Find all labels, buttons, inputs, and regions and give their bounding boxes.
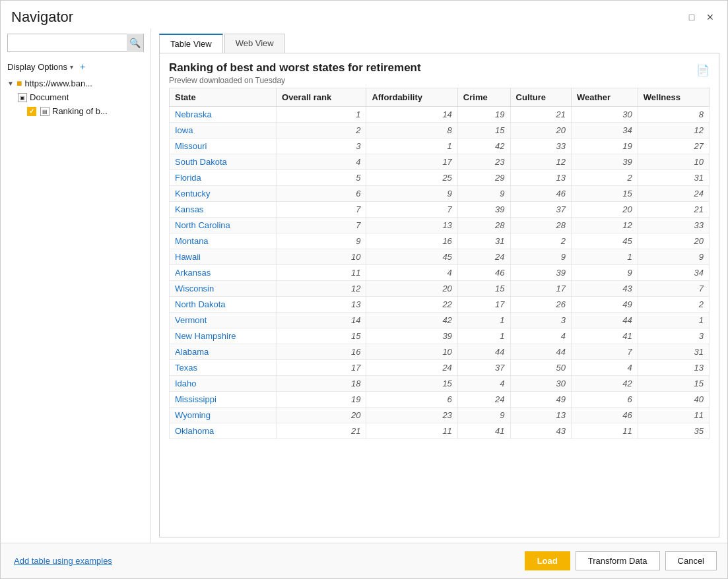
table-row: Nebraska1141921308 [170, 107, 710, 123]
state-cell: Idaho [170, 376, 277, 392]
column-header: Overall rank [277, 88, 366, 107]
num-cell: 4 [572, 360, 638, 376]
num-cell: 30 [572, 107, 638, 123]
preview-title: Ranking of best and worst states for ret… [169, 61, 421, 75]
search-input[interactable] [8, 38, 127, 48]
num-cell: 11 [277, 265, 366, 281]
num-cell: 37 [510, 202, 571, 218]
add-icon-button[interactable]: + [79, 60, 86, 73]
num-cell: 20 [366, 281, 457, 297]
document-icon: ▣ [18, 93, 27, 102]
num-cell: 42 [457, 138, 510, 154]
state-cell: South Dakota [170, 154, 277, 170]
num-cell: 34 [572, 123, 638, 138]
num-cell: 9 [366, 186, 457, 202]
state-cell: North Dakota [170, 297, 277, 313]
num-cell: 19 [572, 138, 638, 154]
load-button[interactable]: Load [525, 551, 570, 570]
cancel-button[interactable]: Cancel [665, 551, 717, 570]
tab-web-view[interactable]: Web View [224, 34, 285, 53]
display-options-button[interactable]: Display Options ▾ [7, 62, 73, 72]
num-cell: 15 [457, 281, 510, 297]
tabs-row: Table View Web View [159, 34, 719, 53]
num-cell: 13 [277, 297, 366, 313]
table-row: Idaho18154304215 [170, 376, 710, 392]
table-body: Nebraska1141921308Iowa2815203412Missouri… [170, 107, 710, 439]
num-cell: 2 [510, 233, 571, 249]
num-cell: 34 [638, 265, 709, 281]
num-cell: 25 [366, 170, 457, 186]
num-cell: 7 [638, 281, 709, 297]
transform-data-button[interactable]: Transform Data [576, 551, 660, 570]
tree-document-item[interactable]: ▣ Document [18, 90, 150, 104]
table-row: Vermont144213441 [170, 313, 710, 328]
num-cell: 27 [638, 138, 709, 154]
column-header: Affordability [366, 88, 457, 107]
preview-subtitle: Preview downloaded on Tuesday [169, 76, 421, 85]
table-row: Mississippi1962449640 [170, 392, 710, 408]
num-cell: 42 [572, 376, 638, 392]
display-options-row: Display Options ▾ + [1, 57, 150, 76]
num-cell: 33 [638, 218, 709, 233]
num-cell: 15 [457, 123, 510, 138]
preview-area: Ranking of best and worst states for ret… [159, 53, 719, 537]
num-cell: 7 [572, 344, 638, 360]
num-cell: 46 [457, 265, 510, 281]
num-cell: 20 [572, 202, 638, 218]
num-cell: 31 [638, 170, 709, 186]
num-cell: 1 [366, 138, 457, 154]
state-cell: Montana [170, 233, 277, 249]
state-cell: Kansas [170, 202, 277, 218]
column-header: Weather [572, 88, 638, 107]
num-cell: 22 [366, 297, 457, 313]
table-row: North Carolina71328281233 [170, 218, 710, 233]
num-cell: 20 [277, 408, 366, 423]
num-cell: 2 [277, 123, 366, 138]
close-icon[interactable]: ✕ [704, 11, 717, 24]
search-button[interactable]: 🔍 [127, 34, 143, 52]
table-row: Iowa2815203412 [170, 123, 710, 138]
num-cell: 13 [510, 170, 571, 186]
column-header: Wellness [638, 88, 709, 107]
num-cell: 49 [572, 297, 638, 313]
state-cell: Wyoming [170, 408, 277, 423]
num-cell: 1 [457, 313, 510, 328]
num-cell: 15 [638, 376, 709, 392]
state-cell: Hawaii [170, 249, 277, 265]
num-cell: 4 [457, 376, 510, 392]
state-cell: Nebraska [170, 107, 277, 123]
num-cell: 44 [510, 344, 571, 360]
add-table-button[interactable]: Add table using examples [11, 552, 115, 570]
num-cell: 13 [638, 360, 709, 376]
table-row: Oklahoma211141431135 [170, 423, 710, 439]
num-cell: 14 [366, 107, 457, 123]
data-table-container[interactable]: StateOverall rankAffordabilityCrimeCultu… [160, 88, 719, 537]
num-cell: 8 [366, 123, 457, 138]
table-row: Alabama16104444731 [170, 344, 710, 360]
num-cell: 9 [457, 186, 510, 202]
preview-header: Ranking of best and worst states for ret… [160, 53, 719, 88]
navigator-window: Navigator □ ✕ 🔍 Display Options ▾ + [0, 0, 728, 579]
state-cell: Arkansas [170, 265, 277, 281]
header-row: StateOverall rankAffordabilityCrimeCultu… [170, 88, 710, 107]
num-cell: 30 [510, 376, 571, 392]
num-cell: 16 [366, 233, 457, 249]
footer: Add table using examples Load Transform … [1, 543, 727, 578]
num-cell: 10 [638, 154, 709, 170]
num-cell: 43 [572, 281, 638, 297]
tree-url-item[interactable]: ▼ ■ https://www.ban... [1, 76, 150, 90]
table-row: New Hampshire153914413 [170, 328, 710, 344]
minimize-icon[interactable]: □ [685, 11, 698, 24]
num-cell: 1 [638, 313, 709, 328]
preview-copy-icon[interactable]: 📄 [696, 64, 710, 76]
num-cell: 20 [510, 123, 571, 138]
tree-table-item[interactable]: ✓ ▤ Ranking of b... [18, 104, 150, 118]
num-cell: 13 [366, 218, 457, 233]
tab-table-view[interactable]: Table View [159, 34, 223, 53]
num-cell: 23 [366, 408, 457, 423]
num-cell: 19 [457, 107, 510, 123]
num-cell: 31 [638, 344, 709, 360]
title-bar: Navigator □ ✕ [1, 1, 727, 28]
num-cell: 1 [572, 249, 638, 265]
column-header: State [170, 88, 277, 107]
